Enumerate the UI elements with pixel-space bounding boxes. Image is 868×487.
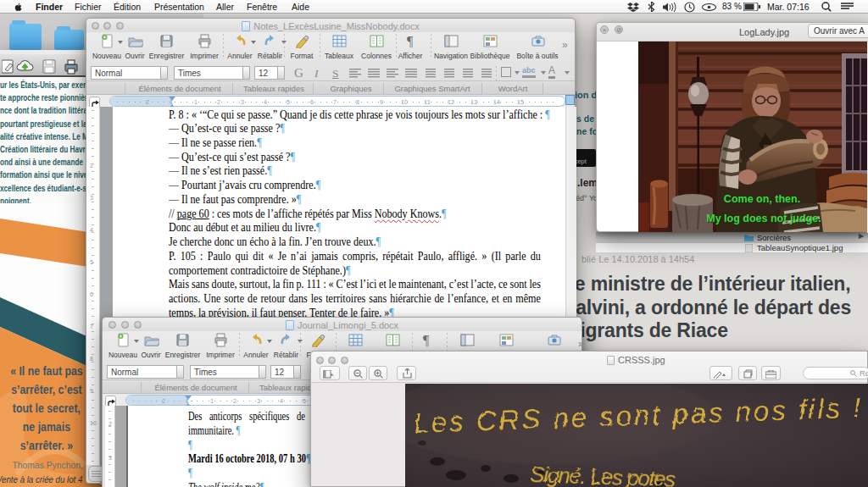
svg-text:¶: ¶ (423, 333, 430, 347)
svg-text:My log does not judge.: My log does not judge. (706, 213, 821, 224)
svg-text:Come on, then.: Come on, then. (724, 193, 800, 205)
svg-text:Signé. Les potes: Signé. Les potes (530, 462, 676, 487)
svg-text:¶: ¶ (407, 34, 414, 48)
